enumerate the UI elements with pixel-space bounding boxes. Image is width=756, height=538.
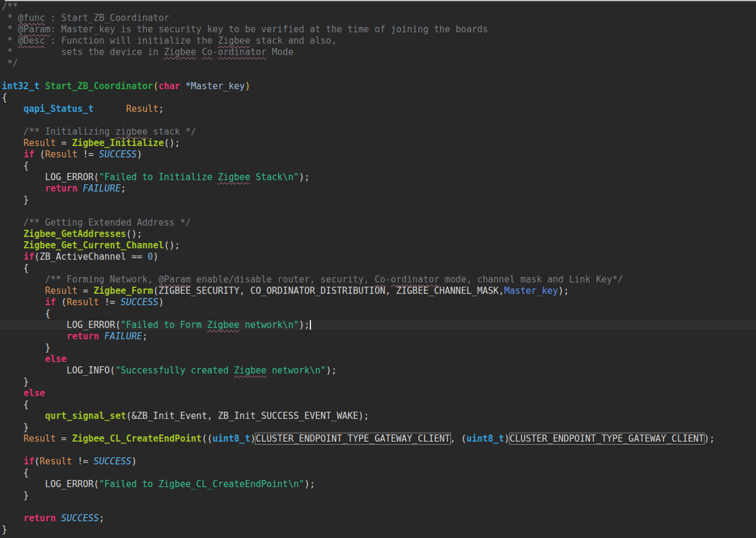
- code-token: Result: [23, 138, 56, 148]
- code-line[interactable]: Result = Zigbee_CL_CreateEndPoint((uint8…: [0, 433, 756, 445]
- code-line[interactable]: if(ZB_ActiveChannel == 0): [0, 251, 756, 263]
- code-token: }: [2, 376, 29, 387]
- text-cursor: [310, 320, 311, 330]
- code-token: network\n": [239, 320, 298, 330]
- code-token: Zigbee_Get_Current_Channel: [23, 240, 164, 251]
- code-token: !=: [77, 149, 99, 160]
- code-token: {: [2, 160, 29, 171]
- code-token: [2, 240, 23, 251]
- code-line[interactable]: {: [0, 308, 756, 320]
- code-token: !=: [99, 297, 121, 308]
- code-token: "Successfully created: [115, 365, 234, 376]
- code-line[interactable]: }: [0, 490, 756, 501]
- code-line[interactable]: return FAILURE;: [0, 331, 756, 342]
- code-token: ();: [164, 240, 180, 251]
- code-line[interactable]: {: [0, 92, 756, 104]
- code-line[interactable]: return FAILURE;: [0, 183, 756, 194]
- code-line[interactable]: if (Result != SUCCESS): [0, 297, 756, 308]
- code-line[interactable]: qapi_Status_t Result;: [0, 104, 756, 115]
- code-token: else: [45, 354, 66, 364]
- code-line[interactable]: }: [0, 342, 756, 354]
- code-token: Co: [374, 274, 385, 285]
- occurrence-highlight: CLUSTER_ENDPOINT_TYPE_GATEWAY_CLIENT: [255, 433, 450, 444]
- code-token: SUCCESS: [94, 456, 132, 467]
- code-token: {: [2, 92, 7, 103]
- code-token: [2, 138, 23, 148]
- code-token: LOG_ERROR(: [2, 479, 99, 490]
- code-line[interactable]: {: [0, 160, 756, 172]
- code-token: );: [304, 479, 315, 490]
- code-line[interactable]: }: [0, 422, 756, 433]
- code-line[interactable]: }: [0, 194, 756, 206]
- code-line[interactable]: if (Result != SUCCESS): [0, 149, 756, 160]
- code-line[interactable]: }: [0, 376, 756, 388]
- code-token: );: [299, 172, 310, 183]
- code-line[interactable]: * @func : Start_ZB_Coordinator: [0, 13, 756, 24]
- code-token: *: [2, 13, 18, 23]
- code-token: (ZB_ActiveChannel ==: [34, 251, 148, 262]
- code-line[interactable]: Zigbee_GetAddresses();: [0, 229, 756, 240]
- code-token: );: [558, 285, 569, 296]
- code-token: network\n": [267, 365, 326, 376]
- code-token: [94, 104, 126, 114]
- code-line[interactable]: int32_t Start_ZB_Coordinator(char *Maste…: [0, 81, 756, 92]
- code-token: Start_ZB_Coordinator: [45, 81, 153, 92]
- code-line[interactable]: [0, 69, 756, 81]
- code-token: Zigbee: [207, 320, 239, 330]
- code-line[interactable]: Result = Zigbee_Form(ZIGBEE_SECURITY, CO…: [0, 285, 756, 297]
- code-line[interactable]: */: [0, 58, 756, 69]
- code-line[interactable]: LOG_ERROR("Failed to Initialize Zigbee S…: [0, 172, 756, 183]
- code-token: (&ZB_Init_Event, ZB_Init_SUCCESS_EVENT_W…: [126, 411, 369, 421]
- code-line[interactable]: * sets the device in Zigbee Co-ordinator…: [0, 47, 756, 58]
- code-token: return: [45, 183, 77, 194]
- code-token: ): [137, 149, 142, 160]
- code-line[interactable]: {: [0, 467, 756, 479]
- code-line[interactable]: Result = Zigbee_Initialize();: [0, 138, 756, 149]
- code-token: =: [56, 138, 72, 148]
- code-area[interactable]: /** * @func : Start_ZB_Coordinator * @Pa…: [0, 1, 756, 536]
- code-line[interactable]: }: [0, 524, 756, 536]
- code-line[interactable]: [0, 501, 756, 513]
- code-token: );: [299, 320, 310, 330]
- code-token: {: [2, 467, 29, 478]
- code-token: (: [34, 456, 39, 467]
- code-token: LOG_ERROR(: [2, 320, 121, 330]
- code-token: /**: [2, 1, 18, 12]
- code-line[interactable]: /** Initializing zigbee stack */: [0, 126, 756, 138]
- code-token: [99, 331, 105, 342]
- code-line[interactable]: Zigbee_Get_Current_Channel();: [0, 240, 756, 251]
- code-line[interactable]: * @Desc : Function will initialize the Z…: [0, 35, 756, 47]
- code-line[interactable]: /** Forming Network, @Param enable/disab…: [0, 274, 756, 285]
- code-token: ;: [158, 104, 164, 114]
- code-line[interactable]: else: [0, 354, 756, 365]
- code-line[interactable]: {: [0, 263, 756, 274]
- code-line[interactable]: else: [0, 388, 756, 399]
- code-line[interactable]: {: [0, 399, 756, 411]
- code-line[interactable]: [0, 115, 756, 126]
- code-line[interactable]: /** Getting Extended Address */: [0, 217, 756, 229]
- code-token: [2, 411, 45, 421]
- code-token: {: [2, 399, 29, 410]
- code-token: /** Forming Network,: [2, 274, 158, 285]
- code-line[interactable]: LOG_ERROR("Failed to Zigbee_CL_CreateEnd…: [0, 479, 756, 490]
- code-token: [56, 513, 61, 524]
- code-token: Zigbee_Form: [94, 285, 153, 296]
- code-line[interactable]: /**: [0, 1, 756, 13]
- code-token: [2, 104, 23, 114]
- code-line[interactable]: * @Param: Master_key is the security key…: [0, 24, 756, 35]
- code-token: Zigbee_GetAddresses: [23, 229, 126, 239]
- code-line[interactable]: LOG_INFO("Successfully created Zigbee ne…: [0, 365, 756, 376]
- code-token: ();: [164, 138, 180, 148]
- code-line[interactable]: if(Result != SUCCESS): [0, 456, 756, 467]
- code-line[interactable]: LOG_ERROR("Failed to Form Zigbee network…: [0, 320, 756, 331]
- code-token: ): [158, 297, 164, 308]
- code-token: uint8_t: [467, 433, 504, 444]
- code-line[interactable]: [0, 445, 756, 456]
- code-token: Zigbee_Initialize: [72, 138, 164, 148]
- code-line[interactable]: [0, 206, 756, 217]
- code-token: if: [45, 297, 56, 308]
- code-token: qurt_signal_set: [45, 411, 126, 421]
- code-line[interactable]: qurt_signal_set(&ZB_Init_Event, ZB_Init_…: [0, 411, 756, 422]
- code-token: /** Getting Extended Address */: [2, 217, 191, 228]
- code-line[interactable]: return SUCCESS;: [0, 513, 756, 524]
